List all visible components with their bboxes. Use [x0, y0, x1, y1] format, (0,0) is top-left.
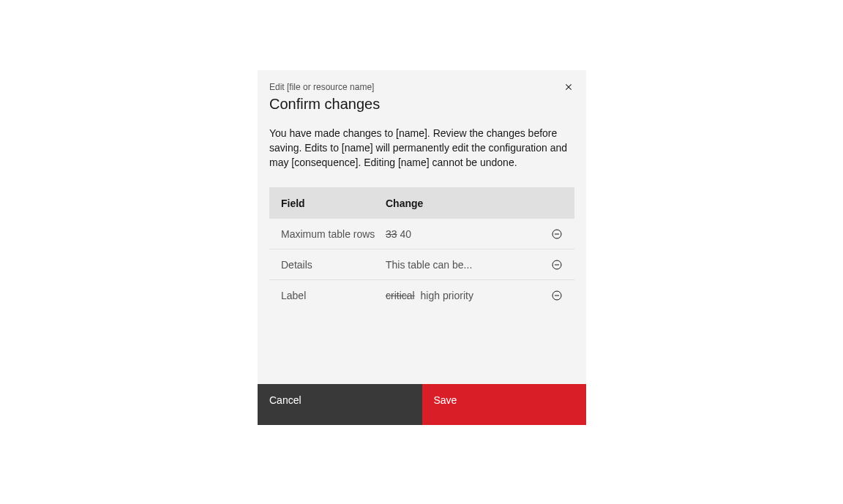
new-value: This table can be...	[386, 259, 472, 271]
remove-change-icon[interactable]	[551, 290, 563, 301]
old-value: 33	[386, 228, 397, 240]
new-value: 40	[400, 228, 412, 240]
modal-subtitle: Edit [file or resource name]	[269, 82, 574, 92]
header-field: Field	[281, 198, 386, 209]
close-icon	[563, 81, 574, 95]
remove-change-icon[interactable]	[551, 259, 563, 271]
table-header: Field Change	[269, 187, 574, 219]
close-button[interactable]	[560, 79, 577, 97]
modal-spacer	[269, 311, 574, 384]
old-value: critical	[386, 290, 415, 301]
modal-title: Confirm changes	[269, 94, 574, 114]
new-value: high priority	[421, 290, 473, 301]
header-change: Change	[386, 198, 542, 209]
modal-header: Edit [file or resource name] Confirm cha…	[258, 70, 586, 114]
table-row: Details This table can be...	[269, 249, 574, 280]
modal-description: You have made changes to [name]. Review …	[269, 126, 574, 170]
table-row: Label critical high priority	[269, 280, 574, 311]
row-field-label: Maximum table rows	[281, 228, 386, 240]
remove-change-icon[interactable]	[551, 228, 563, 240]
modal-body: You have made changes to [name]. Review …	[258, 114, 586, 384]
changes-table: Field Change Maximum table rows 3340	[269, 187, 574, 311]
save-button[interactable]: Save	[422, 384, 587, 425]
row-field-label: Details	[281, 259, 386, 271]
row-change-value: This table can be...	[386, 259, 542, 271]
row-action	[542, 259, 563, 271]
table-row: Maximum table rows 3340	[269, 219, 574, 249]
row-change-value: critical high priority	[386, 290, 542, 301]
confirm-changes-modal: Edit [file or resource name] Confirm cha…	[258, 70, 586, 425]
row-field-label: Label	[281, 290, 386, 301]
modal-footer: Cancel Save	[258, 384, 586, 425]
row-action	[542, 290, 563, 301]
row-action	[542, 228, 563, 240]
cancel-button[interactable]: Cancel	[258, 384, 422, 425]
row-change-value: 3340	[386, 228, 542, 240]
